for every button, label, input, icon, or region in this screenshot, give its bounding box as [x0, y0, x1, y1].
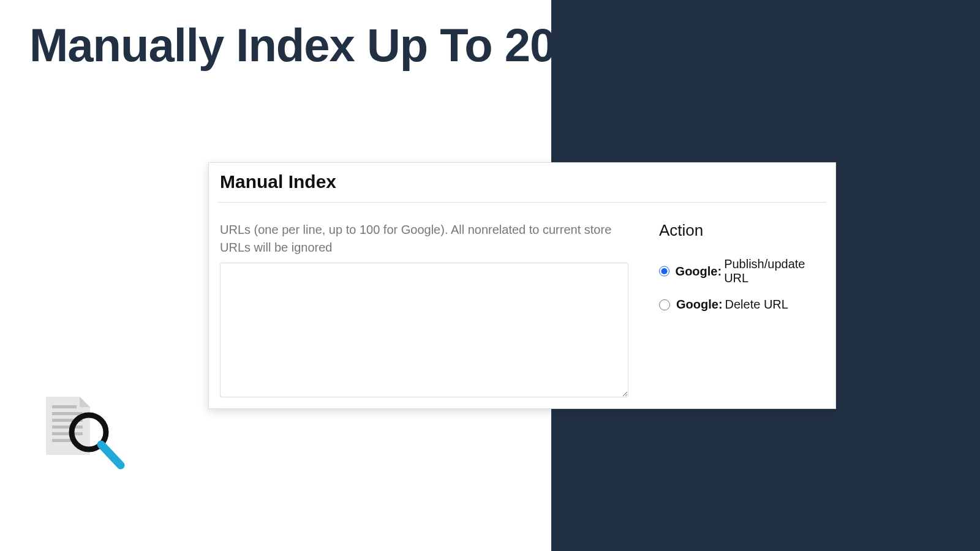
urls-column: URLs (one per line, up to 100 for Google… — [220, 221, 628, 400]
card-title: Manual Index — [209, 163, 835, 202]
radio-label: Delete URL — [725, 298, 788, 312]
page-headline: Manually Index Up To 200 Pages At Once — [29, 18, 911, 72]
action-heading: Action — [659, 221, 824, 240]
radio-delete-url[interactable]: Google: Delete URL — [659, 298, 824, 312]
card-body: URLs (one per line, up to 100 for Google… — [209, 203, 835, 408]
urls-textarea[interactable] — [220, 263, 628, 397]
svg-rect-4 — [52, 432, 83, 435]
urls-helper-text: URLs (one per line, up to 100 for Google… — [220, 221, 628, 257]
radio-prefix: Google: — [676, 264, 722, 279]
action-column: Action Google: Publish/update URL Google… — [659, 221, 824, 400]
radio-label: Publish/update URL — [724, 257, 824, 285]
svg-rect-0 — [52, 405, 77, 408]
radio-publish-update-input[interactable] — [659, 266, 669, 277]
svg-line-7 — [101, 444, 121, 465]
radio-publish-update[interactable]: Google: Publish/update URL — [659, 257, 824, 285]
radio-delete-url-input[interactable] — [659, 299, 670, 310]
svg-rect-3 — [52, 425, 83, 429]
manual-index-card: Manual Index URLs (one per line, up to 1… — [208, 162, 836, 409]
document-search-icon — [46, 397, 126, 476]
radio-prefix: Google: — [676, 298, 723, 312]
svg-rect-1 — [52, 412, 83, 415]
